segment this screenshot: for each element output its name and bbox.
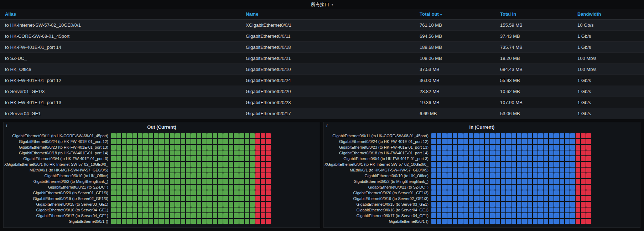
status-cell-up <box>223 168 228 173</box>
status-cell-up <box>453 145 457 150</box>
status-cell-up <box>495 185 500 190</box>
status-row-label: XGigabitEthernet0/0/1 (to HK-Internet-SW… <box>324 162 431 166</box>
status-cell-up <box>170 173 175 178</box>
table-row: to Server04_GE1GigabitEthernet0/0/176.69… <box>0 108 644 119</box>
status-cell-down <box>581 219 586 224</box>
status-cell-up <box>229 150 233 155</box>
status-cell-up <box>143 196 148 201</box>
status-cell-down <box>255 150 260 155</box>
status-cell-up <box>213 179 217 184</box>
status-cell-up <box>133 196 137 201</box>
status-cell-up <box>554 213 559 218</box>
status-cell-up <box>149 190 153 195</box>
column-header-alias[interactable]: Alias <box>0 11 241 17</box>
status-cell-up <box>447 213 452 218</box>
status-cell-up <box>116 168 121 173</box>
column-header-bandwidth[interactable]: Bandwidth <box>572 11 644 17</box>
status-cell-up <box>479 207 484 212</box>
status-cell-up <box>490 190 495 195</box>
status-cell-up <box>154 213 159 218</box>
status-cell-up <box>250 196 255 201</box>
status-cell-up <box>458 213 463 218</box>
status-cell-up <box>447 156 452 161</box>
status-cell-up <box>245 196 249 201</box>
status-cell-up <box>495 133 500 138</box>
status-cell-up <box>442 185 447 190</box>
status-cells <box>111 213 271 218</box>
status-cell-up <box>544 150 548 155</box>
status-cell-down <box>266 202 271 207</box>
status-cell-up <box>528 196 532 201</box>
status-row-label: GigabitEthernet0/0/23 (to HK-FW-401E-01_… <box>4 145 111 149</box>
status-cell-up <box>431 139 436 144</box>
status-cell-up <box>245 213 249 218</box>
column-header-total-in[interactable]: Total in <box>495 11 572 17</box>
status-cell-up <box>533 190 537 195</box>
status-cell-up <box>234 219 239 224</box>
status-cell-up <box>239 162 244 167</box>
status-cell-up <box>437 133 441 138</box>
status-cells <box>111 185 271 190</box>
status-cell-up <box>479 156 484 161</box>
status-cell-up <box>175 139 180 144</box>
status-cells <box>431 196 591 201</box>
status-cell-up <box>447 207 452 212</box>
status-cell-up <box>538 196 543 201</box>
status-cell-up <box>485 179 489 184</box>
status-cell-up <box>474 202 479 207</box>
status-cell-up <box>197 173 201 178</box>
status-cell-up <box>213 162 217 167</box>
status-cell-up <box>506 145 511 150</box>
info-icon[interactable]: i <box>326 123 327 129</box>
status-cell-up <box>469 196 473 201</box>
table-cell: 10 Gb/s <box>572 22 644 28</box>
status-cell-up <box>517 179 521 184</box>
status-cell-up <box>533 162 537 167</box>
status-cell-up <box>143 162 148 167</box>
status-cell-up <box>479 213 484 218</box>
status-cell-up <box>517 185 521 190</box>
status-cell-up <box>138 179 142 184</box>
status-cell-up <box>175 133 180 138</box>
status-cell-down <box>266 133 271 138</box>
status-cell-up <box>560 219 564 224</box>
status-cell-up <box>122 173 126 178</box>
status-cell-up <box>549 168 554 173</box>
status-cell-up <box>442 162 447 167</box>
panel-title[interactable]: Out (Current) <box>4 122 320 132</box>
status-cell-up <box>544 145 548 150</box>
status-cell-down <box>261 156 265 161</box>
status-cell-up <box>234 133 239 138</box>
status-cells <box>111 202 271 207</box>
panel-title[interactable]: In (Current) <box>324 122 640 132</box>
status-cell-up <box>560 196 564 201</box>
status-cell-up <box>479 196 484 201</box>
table-row: to HK_OfficeGigabitEthernet0/0/1037.53 M… <box>0 64 644 75</box>
status-cell-up <box>431 185 436 190</box>
dashboard-row-toggle[interactable]: 所有接口 ▾ <box>0 0 644 9</box>
info-icon[interactable]: i <box>6 123 7 129</box>
status-cell-down <box>266 219 271 224</box>
status-cell-up <box>149 207 153 212</box>
status-cell-up <box>154 168 159 173</box>
status-cell-up <box>181 179 185 184</box>
status-cell-up <box>544 190 548 195</box>
status-cell-up <box>506 196 511 201</box>
status-cell-up <box>133 156 137 161</box>
status-cell-up <box>149 133 153 138</box>
status-cell-up <box>431 190 436 195</box>
status-cell-up <box>565 145 570 150</box>
status-cell-up <box>437 179 441 184</box>
status-cell-up <box>533 207 537 212</box>
status-cells <box>111 156 271 161</box>
status-cell-up <box>245 133 249 138</box>
status-cell-up <box>554 190 559 195</box>
status-cell-up <box>143 219 148 224</box>
column-header-name[interactable]: Name <box>241 11 415 17</box>
status-cell-up <box>495 207 500 212</box>
status-cell-up <box>554 168 559 173</box>
column-header-total-out[interactable]: Total out▾ <box>415 11 495 17</box>
status-cell-up <box>544 179 548 184</box>
status-cell-up <box>197 150 201 155</box>
status-cell-up <box>170 139 175 144</box>
